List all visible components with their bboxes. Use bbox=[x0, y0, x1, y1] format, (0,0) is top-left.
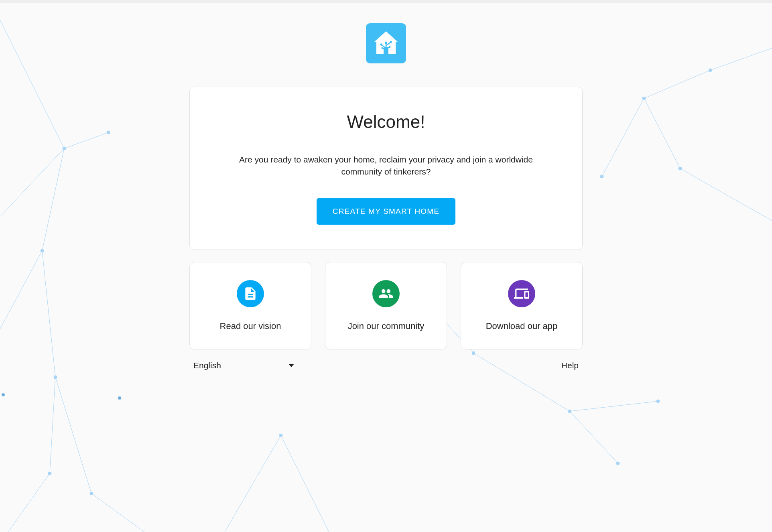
welcome-description: Are you ready to awaken your home, recla… bbox=[210, 154, 562, 178]
svg-line-7 bbox=[50, 377, 55, 473]
app-logo bbox=[366, 23, 406, 63]
svg-point-44 bbox=[389, 46, 391, 48]
svg-point-13 bbox=[54, 376, 57, 379]
language-select[interactable]: English bbox=[193, 361, 294, 370]
vision-card-label: Read our vision bbox=[198, 321, 303, 331]
info-cards-row: Read our vision Join our community Downl… bbox=[189, 262, 583, 349]
svg-line-6 bbox=[55, 377, 91, 493]
svg-line-28 bbox=[570, 411, 618, 463]
svg-point-39 bbox=[2, 393, 5, 396]
svg-point-15 bbox=[48, 472, 51, 475]
svg-line-9 bbox=[8, 473, 50, 532]
svg-line-36 bbox=[225, 435, 281, 532]
devices-icon bbox=[508, 280, 535, 307]
create-smart-home-button[interactable]: CREATE MY SMART HOME bbox=[317, 198, 455, 225]
svg-point-34 bbox=[656, 400, 660, 403]
welcome-card: Welcome! Are you ready to awaken your ho… bbox=[189, 87, 583, 250]
community-card-label: Join our community bbox=[333, 321, 439, 331]
footer-row: English Help bbox=[189, 361, 583, 370]
svg-line-29 bbox=[570, 401, 658, 411]
app-card-label: Download our app bbox=[469, 321, 574, 331]
welcome-title: Welcome! bbox=[210, 112, 562, 132]
home-assistant-logo-icon bbox=[372, 29, 400, 58]
help-link[interactable]: Help bbox=[561, 361, 579, 370]
svg-point-41 bbox=[380, 43, 382, 45]
document-icon bbox=[237, 280, 264, 307]
svg-point-42 bbox=[390, 41, 392, 43]
svg-point-40 bbox=[385, 42, 387, 44]
svg-line-8 bbox=[91, 493, 144, 532]
svg-point-33 bbox=[616, 462, 620, 465]
language-select-value: English bbox=[193, 361, 221, 370]
community-card[interactable]: Join our community bbox=[325, 262, 447, 349]
svg-point-14 bbox=[90, 492, 93, 495]
app-card[interactable]: Download our app bbox=[461, 262, 583, 349]
svg-line-35 bbox=[281, 435, 329, 532]
svg-point-38 bbox=[118, 396, 121, 400]
users-icon bbox=[372, 280, 400, 307]
vision-card[interactable]: Read our vision bbox=[189, 262, 311, 349]
svg-point-37 bbox=[279, 434, 282, 437]
svg-point-43 bbox=[382, 47, 384, 49]
dropdown-arrow-icon bbox=[288, 364, 294, 367]
top-bar bbox=[0, 0, 772, 3]
svg-point-32 bbox=[568, 410, 571, 413]
